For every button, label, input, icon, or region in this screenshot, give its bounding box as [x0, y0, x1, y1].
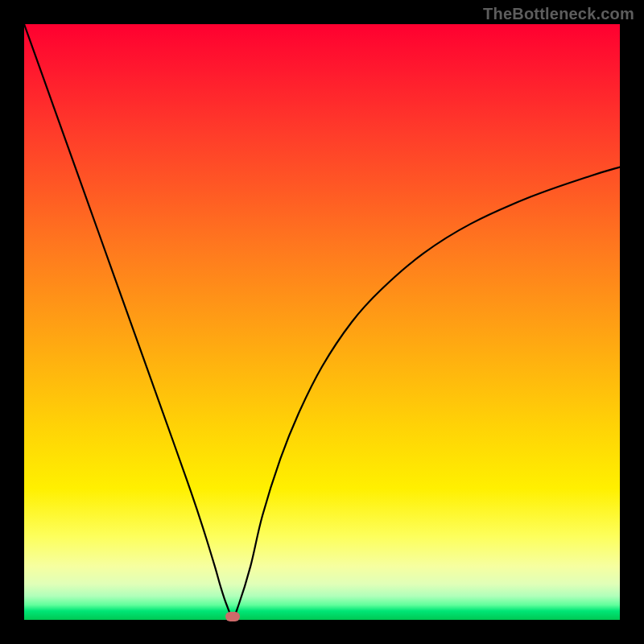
curve-svg: [24, 24, 620, 620]
watermark-text: TheBottleneck.com: [483, 5, 634, 23]
plot-area: [24, 24, 620, 620]
chart-frame: TheBottleneck.com: [0, 0, 644, 644]
bottleneck-curve: [24, 24, 620, 617]
minimum-marker: [225, 612, 240, 621]
